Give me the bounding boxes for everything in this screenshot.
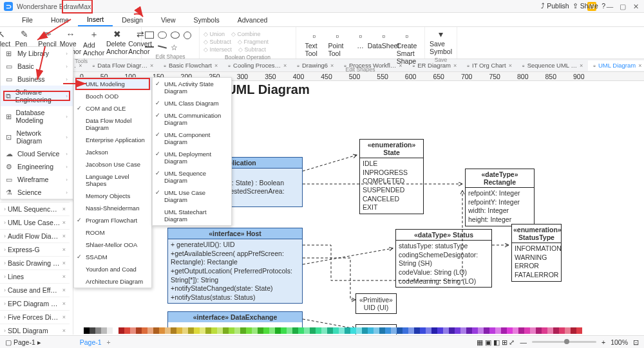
uml-datatype-status[interactable]: «dataType» Status statusType: statusType… bbox=[395, 229, 492, 288]
close-tab-icon[interactable]: × bbox=[283, 62, 287, 69]
submenu-item[interactable]: ✓Program Flowchart bbox=[74, 214, 151, 226]
document-tab[interactable]: ▫IT Org Chart× bbox=[462, 60, 517, 71]
close-icon[interactable]: × bbox=[62, 260, 66, 266]
close-icon[interactable]: × bbox=[62, 233, 66, 239]
submenu-item[interactable]: Data Flow Model Diagram bbox=[74, 114, 151, 134]
close-icon[interactable]: × bbox=[62, 273, 66, 280]
libcat-database-modeling[interactable]: ⊞Database Modeling› bbox=[1, 106, 73, 127]
close-tab-icon[interactable]: × bbox=[150, 62, 153, 69]
submenu-item[interactable]: ✓UML Activity State Diagram bbox=[153, 78, 231, 97]
close-icon[interactable]: × bbox=[62, 300, 66, 307]
document-tab[interactable]: ▫Cooling Proces…× bbox=[223, 60, 292, 71]
submenu-item[interactable]: ✓UML Deployment Diagram bbox=[153, 148, 231, 167]
accordion-item[interactable]: ›EPC Diagram Shapes× bbox=[0, 297, 70, 311]
shape-star-icon[interactable]: ☆ bbox=[171, 43, 178, 52]
boolop-button[interactable]: ◇ Subtract bbox=[238, 46, 266, 53]
close-icon[interactable]: × bbox=[62, 327, 66, 334]
libcat-cloud-service[interactable]: ☁Cloud Service› bbox=[1, 147, 73, 160]
accordion-item[interactable]: ›Audit Flow Diagram× bbox=[0, 230, 70, 243]
color-palette[interactable] bbox=[84, 327, 641, 335]
shape-rect-icon[interactable] bbox=[145, 32, 154, 39]
submenu-item[interactable]: ✓UML Component Diagram bbox=[153, 129, 231, 148]
uml-primitive-uid[interactable]: «Primitive» UID (UI) bbox=[355, 293, 397, 314]
close-icon[interactable]: × bbox=[62, 314, 66, 320]
menu-view[interactable]: View bbox=[152, 14, 185, 26]
accordion-item[interactable]: ›UML Sequence Diagram× bbox=[0, 203, 70, 216]
document-tab[interactable]: ▫Data Flow Diagr…× bbox=[88, 60, 159, 71]
submenu-item[interactable]: Nassi-Shneiderman bbox=[74, 202, 151, 214]
boolop-button[interactable]: ◇ Union bbox=[204, 31, 225, 37]
document-tab[interactable]: ▫ER Diagram× bbox=[408, 60, 462, 71]
accordion-item[interactable]: ›UML Use Case Diagram× bbox=[0, 216, 70, 230]
close-tab-icon[interactable]: × bbox=[214, 62, 218, 69]
submenu-item[interactable]: Jacobson Use Case bbox=[74, 158, 151, 170]
libcat-wireframe[interactable]: ▭Wireframe› bbox=[1, 173, 73, 186]
uml-interface-dataexchange[interactable]: «interface» DataExchange bbox=[167, 311, 303, 329]
menu-design[interactable]: Design bbox=[113, 14, 152, 26]
uml-enum-statustype[interactable]: «enumeration» StatusType INFORMATION WAR… bbox=[511, 224, 562, 282]
submenu-item[interactable]: UML Modeling bbox=[74, 78, 151, 90]
submenu-item[interactable]: Architecture Diagram bbox=[74, 275, 151, 288]
view-icons[interactable]: ▦ ▣ ◧ ⊞ ⤢ bbox=[477, 338, 515, 346]
accordion-item[interactable]: ›Lines× bbox=[0, 270, 70, 284]
libcat-engineering[interactable]: ⚙Engineering› bbox=[1, 160, 73, 173]
libcat-network-diagram[interactable]: ⊡Network Diagram› bbox=[1, 127, 73, 147]
document-tab[interactable]: ▫Drawing6× bbox=[292, 60, 339, 71]
accordion-item[interactable]: ›Cause and Effect Diagram× bbox=[0, 284, 70, 297]
menu-advanced[interactable]: Advanced bbox=[229, 14, 277, 26]
zoom-value[interactable]: 100% bbox=[611, 338, 628, 346]
accordion-item[interactable]: ›Basic Drawing Shapes× bbox=[0, 257, 70, 270]
minimize-button[interactable]: — bbox=[605, 2, 614, 11]
libcat-my-library[interactable]: ⊞My Library› bbox=[1, 47, 73, 60]
uml-interface-host[interactable]: «interface» Host + generateUID(): UID +g… bbox=[167, 228, 303, 304]
page-indicator[interactable]: ▢ Page-1 ▸ bbox=[5, 338, 41, 346]
submenu-item[interactable]: ✓UML Sequence Diagram bbox=[153, 167, 231, 187]
uml-datatype-rectangle[interactable]: «dateType» Rectangle refpointX: Integer … bbox=[465, 169, 535, 226]
close-tab-icon[interactable]: × bbox=[330, 62, 334, 69]
shape-circle-icon[interactable] bbox=[184, 32, 191, 39]
submenu-item[interactable]: Shlaer-Mellor OOA bbox=[74, 239, 151, 251]
close-icon[interactable]: × bbox=[62, 219, 66, 226]
document-tab[interactable]: ▫Process Workfl…× bbox=[339, 60, 407, 71]
accordion-item[interactable]: ›Express-G× bbox=[0, 243, 70, 257]
submenu-item[interactable]: ✓UML Communication Diagram bbox=[153, 109, 231, 129]
add-page-button[interactable]: + bbox=[107, 338, 111, 346]
menu-insert[interactable]: Insert bbox=[78, 14, 113, 26]
drawtool-button[interactable]: ✖Delete Anchor bbox=[108, 29, 126, 55]
boolop-button[interactable]: ◇ Fragment bbox=[238, 39, 269, 45]
document-tab[interactable]: ▫Sequence UML …× bbox=[517, 60, 588, 71]
libcat-software-engineering[interactable]: ⧉Software Engineering› bbox=[1, 86, 73, 106]
close-icon[interactable]: × bbox=[62, 206, 66, 212]
document-tab[interactable]: ▫Basic Flowchart× bbox=[158, 60, 223, 71]
publish-share[interactable]: ⤴ Publish ⇪ Share ? bbox=[541, 2, 605, 10]
submenu-item[interactable]: ✓UML Class Diagram bbox=[153, 97, 231, 109]
close-tab-icon[interactable]: × bbox=[638, 62, 641, 69]
zoom-slider[interactable] bbox=[532, 341, 596, 343]
menu-file[interactable]: File bbox=[13, 14, 42, 26]
submenu-item[interactable]: Language Level Shapes bbox=[74, 170, 151, 190]
submenu-item[interactable]: ✓COM and OLE bbox=[74, 102, 151, 114]
close-tab-icon[interactable]: × bbox=[580, 62, 583, 69]
submenu-item[interactable]: Jackson bbox=[74, 146, 151, 158]
accordion-item[interactable]: ›Five Forces Diagram× bbox=[0, 311, 70, 324]
boolop-button[interactable]: ◇ Subtract bbox=[204, 39, 231, 45]
close-button[interactable]: ✕ bbox=[631, 2, 640, 11]
submenu-item[interactable]: ROOM bbox=[74, 226, 151, 239]
submenu-item[interactable]: Yourdon and Coad bbox=[74, 263, 151, 275]
submenu-item[interactable]: ✓UML Use Case Diagram bbox=[153, 187, 231, 206]
boolop-button[interactable]: ◇ Combine bbox=[231, 31, 261, 37]
submenu-item[interactable]: UML Statechart Diagram bbox=[153, 206, 231, 225]
submenu-item[interactable]: Enterprise Application bbox=[74, 134, 151, 146]
shape-roundrect-icon[interactable] bbox=[158, 32, 167, 39]
document-tab[interactable]: ▫UML Diagram× bbox=[588, 60, 644, 71]
submenu-item[interactable]: Booch OOD bbox=[74, 90, 151, 102]
page-tab[interactable]: Page-1 bbox=[80, 338, 102, 346]
fit-button[interactable]: ⊡ bbox=[633, 338, 639, 346]
close-tab-icon[interactable]: × bbox=[399, 62, 402, 69]
libcat-business[interactable]: ▭Business› bbox=[1, 73, 73, 86]
maximize-button[interactable]: ▢ bbox=[618, 2, 627, 11]
save-symbol-button[interactable]: ▾Save Symbol bbox=[432, 29, 450, 55]
close-icon[interactable]: × bbox=[62, 287, 66, 293]
shape-ellipse-icon[interactable] bbox=[171, 32, 180, 39]
close-tab-icon[interactable]: × bbox=[509, 62, 512, 69]
